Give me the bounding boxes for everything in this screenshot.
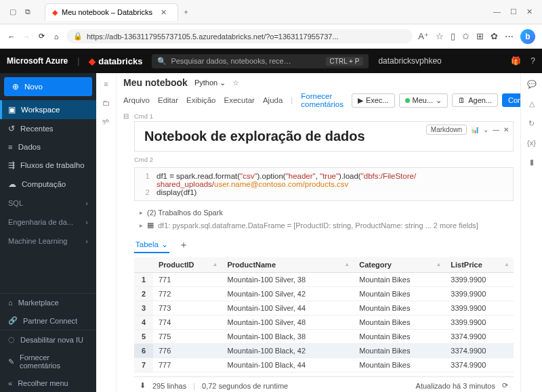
sidebar-item-marketplace[interactable]: ⌂Marketplace [0, 294, 96, 311]
table-row[interactable]: 5775Mountain-100 Black, 38Mountain Bikes… [134, 330, 514, 344]
notebook-menu: Arquivo Editar Exibição Executar Ajuda |… [123, 92, 514, 111]
table-row[interactable]: 3773Mountain-100 Silver, 44Mountain Bike… [134, 301, 514, 315]
run-button[interactable]: ▶ Exec... [352, 93, 395, 108]
sort-icon[interactable]: ▲ [213, 261, 218, 267]
window-maximize-icon[interactable]: ☐ [510, 7, 517, 16]
cell-type-pill[interactable]: Markdown [426, 125, 467, 135]
toggle-icon: ◌ [8, 335, 15, 344]
bookmarks-icon[interactable]: ▮ [530, 158, 534, 167]
menu-editar[interactable]: Editar [158, 96, 178, 104]
global-search-input[interactable]: 🔍 Pesquisar dados, notebooks, recentes, … [152, 54, 369, 68]
chart-toggle-icon[interactable]: 📊 [471, 126, 479, 133]
menu-feedback[interactable]: Fornecer comentários [301, 92, 343, 108]
menu-ajuda[interactable]: Ajuda [263, 96, 283, 104]
comments-icon[interactable]: 💬 [527, 80, 537, 89]
new-tab-button[interactable]: ＋ [178, 7, 194, 17]
add-output-tab[interactable]: ＋ [179, 239, 188, 251]
variables-icon[interactable]: ᵃ⁄ᵇ [102, 118, 110, 127]
output-tab-table[interactable]: Tabela ⌄ [134, 237, 169, 253]
folder-tree-icon[interactable]: 🗀 [102, 99, 110, 107]
col-header[interactable]: Category▲ [354, 257, 445, 273]
sidebar-item-disable-ui[interactable]: ◌Desabilitar nova IU [0, 330, 96, 349]
menu-arquivo[interactable]: Arquivo [123, 96, 150, 104]
browser-tab-bar: ▢ ⧉ ◆ Meu notebook – Databricks ✕ ＋ — ☐ … [0, 0, 542, 24]
extensions-icon[interactable]: ✿ [491, 31, 498, 41]
sidebar: ⊕Novo ▣Workspace ↺Recentes ≡Dados ⇶Fluxo… [0, 73, 96, 392]
sort-icon[interactable]: ▲ [436, 261, 441, 267]
share-button[interactable]: Compartilhar [502, 93, 520, 107]
collections-icon[interactable]: ⊞ [476, 31, 484, 41]
sidebar-item-comp[interactable]: ☁Computação [0, 175, 96, 194]
table-row[interactable]: 1771Mountain-100 Silver, 38Mountain Bike… [134, 273, 514, 287]
sidebar-toggle-icon[interactable]: ▢ [8, 7, 18, 17]
org-name[interactable]: databricksvphkeo [378, 56, 441, 66]
sidebar-item-dados[interactable]: ≡Dados [0, 138, 96, 156]
plus-icon: ⊕ [12, 82, 19, 91]
table-row[interactable]: 7777Mountain-100 Black, 44Mountain Bikes… [134, 358, 514, 372]
code-cell[interactable]: 1df1 = spark.read.format("csv").option("… [134, 167, 514, 201]
row-index-header[interactable] [134, 257, 153, 273]
store-icon: ⌂ [8, 299, 13, 307]
schedule-button[interactable]: 🗓 Agen... [452, 93, 498, 107]
notebook-title[interactable]: Meu notebook [123, 77, 188, 88]
table-icon: ▦ [147, 221, 154, 230]
sidebar-item-partner[interactable]: 🔗Partner Connect [0, 311, 96, 330]
url-field[interactable]: 🔒 https://adb-1363117955737105.5.azureda… [66, 29, 413, 43]
sidebar-item-recentes[interactable]: ↺Recentes [0, 119, 96, 138]
sidebar-sec-sql[interactable]: SQL› [0, 194, 96, 213]
markdown-cell[interactable]: Markdown 📊 ⌄ — ✕ Notebook de exploração … [134, 121, 514, 152]
favorites-icon[interactable]: ✩ [462, 31, 470, 41]
variables-panel-icon[interactable]: {x} [527, 139, 536, 147]
read-aloud-icon[interactable]: A⁺ [418, 31, 429, 41]
sidebar-sec-ml[interactable]: Machine Learning› [0, 232, 96, 251]
cell-toggle-icon[interactable]: ⊟ [123, 112, 129, 392]
chevron-down-icon[interactable]: ⌄ [483, 126, 488, 133]
back-icon[interactable]: ← [7, 32, 16, 41]
notebook-left-rail: ≡ 🗀 ᵃ⁄ᵇ [96, 73, 117, 392]
schema-toggle[interactable]: ▸▦df1: pyspark.sql.dataframe.DataFrame =… [140, 219, 514, 232]
sort-icon[interactable]: ▲ [344, 261, 350, 267]
window-minimize-icon[interactable]: — [493, 7, 501, 16]
spark-jobs-toggle[interactable]: ▸(2) Trabalhos do Spark [140, 206, 514, 219]
tabs-icon[interactable]: ⧉ [23, 7, 33, 17]
compute-icon: ☁ [8, 179, 16, 189]
reading-list-icon[interactable]: ▯ [451, 31, 455, 41]
download-icon[interactable]: ⬇ [140, 381, 146, 390]
history-icon[interactable]: ↻ [528, 119, 535, 128]
favorite-star-icon[interactable]: ☆ [232, 79, 239, 87]
refresh-output-icon[interactable]: ⟳ [502, 381, 508, 390]
col-header[interactable]: ListPrice▲ [445, 257, 514, 273]
star-icon[interactable]: ☆ [436, 31, 444, 41]
close-tab-icon[interactable]: ✕ [157, 8, 171, 17]
home-icon[interactable]: ⌂ [51, 32, 61, 41]
table-row[interactable]: 6776Mountain-100 Black, 42Mountain Bikes… [134, 344, 514, 358]
mlflow-icon[interactable]: △ [529, 100, 535, 108]
table-row[interactable]: 4774Mountain-100 Silver, 48Mountain Bike… [134, 315, 514, 330]
language-picker[interactable]: Python ⌄ [194, 79, 226, 87]
toc-icon[interactable]: ≡ [104, 80, 108, 88]
browser-tab[interactable]: ◆ Meu notebook – Databricks ✕ [45, 3, 178, 21]
sort-icon[interactable]: ▲ [504, 261, 509, 267]
gift-icon[interactable]: 🎁 [511, 56, 521, 66]
bing-icon[interactable]: b [520, 29, 535, 44]
col-header[interactable]: ProductName▲ [222, 257, 354, 273]
sidebar-sec-eng[interactable]: Engenharia de da...› [0, 213, 96, 232]
refresh-icon[interactable]: ⟳ [37, 32, 46, 41]
triangle-right-icon: ▸ [140, 222, 143, 229]
menu-executar[interactable]: Executar [224, 96, 255, 104]
help-icon[interactable]: ? [530, 56, 535, 66]
window-close-icon[interactable]: ✕ [526, 7, 533, 16]
sidebar-item-novo[interactable]: ⊕Novo [4, 77, 92, 96]
menu-exibicao[interactable]: Exibição [186, 96, 215, 104]
sidebar-item-feedback[interactable]: ✎Fornecer comentários [0, 349, 96, 374]
close-cell-icon[interactable]: ✕ [503, 126, 509, 133]
sidebar-item-workspace[interactable]: ▣Workspace [0, 100, 96, 119]
sidebar-item-collapse[interactable]: «Recolher menu [0, 374, 96, 392]
table-row[interactable]: 2772Mountain-100 Silver, 42Mountain Bike… [134, 287, 514, 301]
search-icon: 🔍 [157, 57, 167, 66]
minimize-cell-icon[interactable]: — [493, 126, 499, 133]
cluster-button[interactable]: Meu... ⌄ [399, 93, 449, 108]
more-icon[interactable]: ⋯ [505, 31, 514, 41]
col-header[interactable]: ProductID▲ [153, 257, 222, 273]
sidebar-item-fluxos[interactable]: ⇶Fluxos de trabalho [0, 156, 96, 175]
